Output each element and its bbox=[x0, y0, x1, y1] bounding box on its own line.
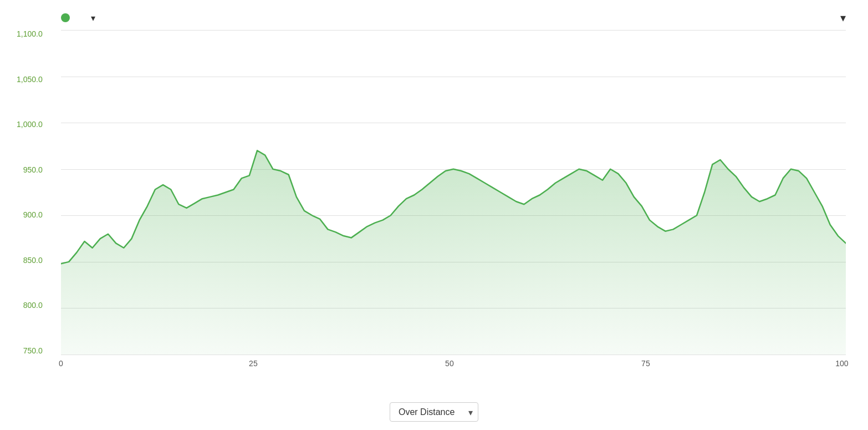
over-distance-select[interactable]: Over DistanceOver Time bbox=[390, 402, 478, 422]
x-axis-label: 100 bbox=[835, 359, 848, 368]
elevation-legend-dot bbox=[61, 13, 70, 22]
y-axis-label: 1,000.0 bbox=[17, 120, 43, 128]
y-axis-label: 1,050.0 bbox=[17, 75, 43, 83]
y-axis-label: 950.0 bbox=[23, 166, 43, 174]
no-overlay-dropdown[interactable]: ▾ bbox=[840, 11, 846, 24]
legend-item bbox=[61, 13, 74, 22]
bottom-controls: Over DistanceOver Time bbox=[390, 402, 478, 422]
x-axis-label: 0 bbox=[59, 359, 63, 368]
y-axis-label: 900.0 bbox=[23, 211, 43, 219]
y-axis-label: 850.0 bbox=[23, 256, 43, 264]
y-axis-label: 1,100.0 bbox=[17, 30, 43, 38]
elevation-chart bbox=[61, 30, 846, 355]
x-axis-label: 25 bbox=[249, 359, 258, 368]
svg-marker-0 bbox=[61, 150, 846, 355]
chart-header: ▾ ▾ bbox=[61, 11, 846, 24]
max-avg-dropdown[interactable]: ▾ bbox=[91, 13, 95, 23]
y-axis-label: 800.0 bbox=[23, 301, 43, 309]
header-left: ▾ bbox=[61, 13, 95, 23]
x-axis-label: 50 bbox=[445, 359, 454, 368]
over-distance-wrapper[interactable]: Over DistanceOver Time bbox=[390, 402, 478, 422]
y-axis: 1,100.01,050.01,000.0950.0900.0850.0800.… bbox=[17, 30, 43, 355]
max-avg-icon: ▾ bbox=[91, 13, 95, 23]
chart-area: 1,100.01,050.01,000.0950.0900.0850.0800.… bbox=[61, 30, 846, 377]
chart-container: ▾ ▾ 1,100.01,050.01,000.0950.0900.0850.0… bbox=[0, 0, 868, 430]
overlay-icon: ▾ bbox=[840, 12, 846, 24]
y-axis-label: 750.0 bbox=[23, 347, 43, 355]
x-axis: 0255075100 bbox=[61, 355, 846, 377]
x-axis-label: 75 bbox=[641, 359, 650, 368]
